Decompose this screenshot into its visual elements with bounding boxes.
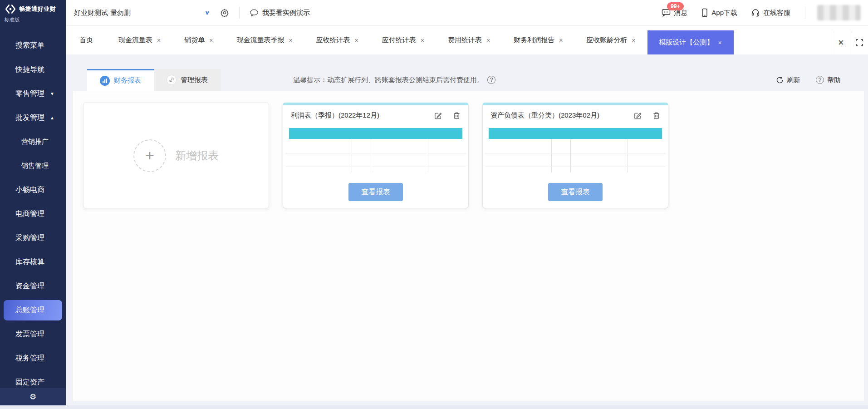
sidebar-item-invoice-management[interactable]: 发票管理: [0, 322, 66, 346]
view-report-button[interactable]: 查看报表: [548, 183, 603, 201]
close-tab-icon[interactable]: ×: [289, 37, 292, 44]
subtab-label: 财务报表: [114, 76, 141, 85]
view-report-button[interactable]: 查看报表: [348, 183, 403, 201]
gear-icon: ⚙: [29, 392, 36, 402]
speech-bubble-icon: [250, 9, 259, 17]
tab-template-design-active[interactable]: 模版设计【公测】 ×: [647, 30, 734, 54]
tab-financial-profit-report[interactable]: 财务利润报告 ×: [502, 26, 574, 54]
user-account-blurred[interactable]: [817, 5, 861, 20]
sidebar-item-ecommerce-management[interactable]: 电商管理: [0, 202, 66, 226]
tab-cash-flow[interactable]: 现金流量表 ×: [107, 26, 172, 54]
sidebar-item-label: 总账管理: [15, 306, 44, 315]
online-support-button[interactable]: 在线客服: [751, 8, 790, 17]
demo-link-label: 我要看实例演示: [262, 9, 310, 17]
main-content: 财务报表 管理报表 温馨提示：动态扩展行列、跨账套报表公测结束后需付费使用。 ?: [66, 54, 868, 409]
add-report-label: 新增报表: [175, 148, 219, 163]
headset-icon: [751, 8, 760, 17]
brand-name: 畅捷通好业财: [19, 5, 56, 13]
close-tab-icon[interactable]: ×: [559, 37, 563, 44]
tip-help-icon[interactable]: ?: [487, 76, 495, 84]
close-tab-icon[interactable]: ×: [355, 37, 358, 44]
sidebar-item-funds-management[interactable]: 资金管理: [0, 274, 66, 298]
question-glyph: ?: [819, 77, 822, 83]
plus-icon: +: [133, 139, 166, 172]
account-name: 好业财测试-量勿删: [74, 9, 205, 17]
tab-label: 销货单: [184, 36, 205, 44]
sidebar-item-xiaochang-ecommerce[interactable]: 小畅电商: [0, 178, 66, 202]
sidebar-item-quick-nav[interactable]: 快捷导航: [0, 58, 66, 82]
sidebar-item-general-ledger-active[interactable]: 总账管理: [4, 300, 62, 320]
delete-report-icon[interactable]: [652, 112, 660, 119]
sidebar-item-label: 营销推广: [21, 138, 49, 146]
sidebar-item-sales-management[interactable]: 销售管理: [0, 154, 66, 178]
close-tab-icon[interactable]: ×: [486, 37, 490, 44]
sidebar-item-label: 固定资产: [15, 378, 44, 387]
tab-receivables-stats[interactable]: 应收统计表 ×: [304, 26, 370, 54]
sidebar-item-label: 搜索菜单: [15, 41, 44, 50]
demo-link[interactable]: 我要看实例演示: [250, 9, 310, 17]
tab-receivables-aging[interactable]: 应收账龄分析 ×: [574, 26, 647, 54]
delete-report-icon[interactable]: [453, 112, 461, 119]
edit-report-icon[interactable]: [434, 112, 442, 119]
plus-glyph: +: [145, 147, 154, 164]
sidebar-item-label: 零售管理: [15, 89, 44, 99]
page-bottom-strip: [0, 405, 868, 409]
refresh-icon: [776, 76, 784, 84]
tab-payables-stats[interactable]: 应付统计表 ×: [370, 26, 436, 54]
subtab-financial-reports[interactable]: 财务报表: [87, 69, 154, 91]
close-tab-icon[interactable]: ×: [421, 37, 424, 44]
topbar-divider: [805, 7, 805, 19]
close-tab-icon[interactable]: ×: [632, 37, 635, 44]
add-report-card[interactable]: + 新增报表: [83, 103, 269, 208]
help-icon: ?: [816, 76, 824, 84]
chevron-down-icon: ∨: [205, 10, 210, 16]
settings-gear-icon[interactable]: [220, 8, 229, 17]
tab-cash-flow-quarterly[interactable]: 现金流量表季报 ×: [225, 26, 304, 54]
sidebar-nav: 搜索菜单 快捷导航 零售管理▼ 批发管理▲ 营销推广 销售管理 小畅电商 电商管…: [0, 26, 66, 409]
sidebar-settings-button[interactable]: ⚙: [0, 388, 66, 405]
management-report-icon: [167, 75, 177, 85]
tab-label: 应收账龄分析: [586, 36, 627, 44]
sidebar-item-retail-management[interactable]: 零售管理▼: [0, 82, 66, 106]
tab-label: 应付统计表: [382, 36, 416, 44]
sidebar-item-inventory-accounting[interactable]: 库存核算: [0, 250, 66, 274]
messages-button[interactable]: 99+ 消息: [662, 9, 687, 17]
sidebar-item-marketing-promo[interactable]: 营销推广: [0, 130, 66, 154]
sidebar-item-label: 发票管理: [15, 330, 44, 339]
sidebar-item-search-menu[interactable]: 搜索菜单: [0, 34, 66, 58]
sidebar-item-tax-management[interactable]: 税务管理: [0, 346, 66, 370]
tab-home[interactable]: 首页: [66, 26, 107, 54]
close-icon: ×: [838, 37, 844, 49]
tab-sales-order[interactable]: 销货单 ×: [172, 26, 225, 54]
close-tab-icon[interactable]: ×: [157, 37, 161, 44]
close-tab-icon[interactable]: ×: [718, 39, 722, 46]
tab-label: 现金流量表: [118, 36, 152, 44]
tab-label: 首页: [79, 36, 93, 44]
subtab-management-reports[interactable]: 管理报表: [154, 69, 221, 91]
account-select[interactable]: 好业财测试-量勿删 ∨: [74, 9, 210, 17]
topbar-divider: [239, 7, 240, 19]
tab-label: 应收统计表: [316, 36, 350, 44]
edit-report-icon[interactable]: [634, 112, 642, 119]
sidebar-item-label: 电商管理: [15, 209, 44, 219]
close-all-tabs-button[interactable]: ×: [832, 30, 850, 54]
sidebar-item-label: 采购管理: [15, 233, 44, 243]
sidebar-item-label: 销售管理: [21, 162, 49, 170]
app-logo: 畅捷通好业财 标准版: [0, 0, 66, 26]
sidebar-item-purchase-management[interactable]: 采购管理: [0, 226, 66, 250]
app-download-label: App下载: [711, 9, 737, 17]
expand-arrow-icon: ▲: [50, 115, 54, 120]
tab-expense-stats[interactable]: 费用统计表 ×: [436, 26, 502, 54]
messages-badge: 99+: [667, 2, 683, 10]
refresh-label: 刷新: [787, 76, 800, 84]
sidebar-item-wholesale-management[interactable]: 批发管理▲: [0, 106, 66, 130]
app-download-button[interactable]: App下载: [701, 8, 737, 17]
close-tab-icon[interactable]: ×: [209, 37, 213, 44]
tab-label: 模版设计【公测】: [659, 38, 714, 47]
help-button[interactable]: ? 帮助: [816, 76, 841, 84]
sidebar-item-label: 库存核算: [15, 257, 44, 267]
tip-text: 温馨提示：动态扩展行列、跨账套报表公测结束后需付费使用。: [293, 76, 484, 84]
phone-icon: [701, 8, 708, 17]
refresh-button[interactable]: 刷新: [776, 76, 800, 84]
fullscreen-button[interactable]: [850, 30, 868, 54]
